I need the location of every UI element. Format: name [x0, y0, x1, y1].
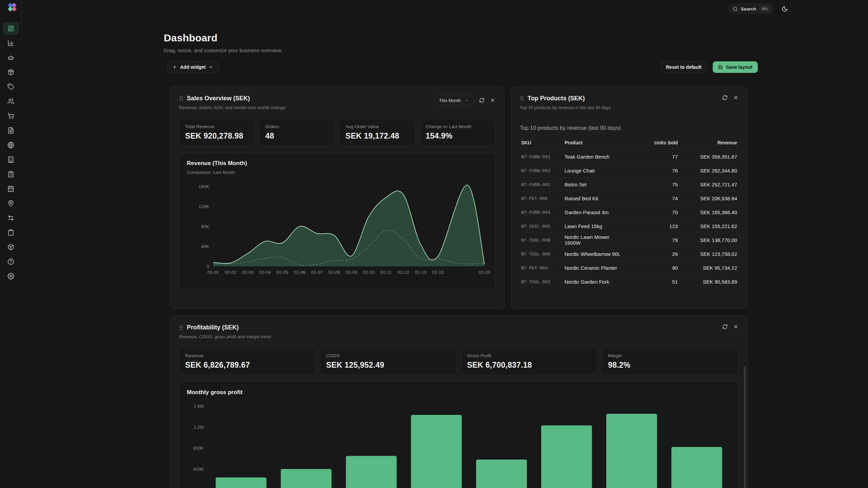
close-widget-button[interactable] — [490, 98, 495, 103]
sidebar-item-customers[interactable] — [3, 95, 19, 108]
sidebar-item-calendar[interactable] — [3, 182, 19, 195]
table-row: NT-FURN-003Lounge Chair76SEK 282,344.80 — [520, 164, 738, 178]
dashboard-icon — [7, 25, 14, 32]
sidebar-item-help[interactable] — [3, 255, 19, 268]
app-logo[interactable] — [5, 3, 17, 15]
moon-icon — [782, 6, 788, 12]
chart-subtitle: Comparison: Last Month — [187, 170, 488, 175]
table-row: NT-TOOL-008Nordic Lawn Mower 1600W79SEK … — [520, 233, 738, 247]
table-header-row: SKU Product Units Sold Revenue — [520, 137, 738, 150]
stat-card-orders: Orders 48 — [259, 119, 335, 146]
map-pin-icon — [7, 200, 14, 207]
stat-value: SEK 920,278.98 — [185, 131, 249, 141]
close-icon — [733, 95, 738, 100]
stat-value: SEK 6,826,789.67 — [185, 361, 310, 370]
sidebar-item-locations[interactable] — [3, 197, 19, 210]
svg-text:1.6M: 1.6M — [194, 404, 204, 409]
sidebar-item-documents[interactable] — [3, 124, 19, 137]
globe-icon — [7, 142, 14, 148]
stat-value: SEK 19,172.48 — [346, 131, 409, 141]
stat-label: Gross Profit — [467, 353, 592, 358]
widget-scrollbar[interactable] — [744, 367, 746, 488]
sidebar-item-company[interactable] — [3, 153, 19, 166]
sidebar — [0, 0, 22, 488]
svg-text:120K: 120K — [198, 204, 209, 209]
close-widget-button[interactable] — [733, 95, 738, 100]
stat-card-total-revenue: Total Revenue SEK 920,278.98 — [179, 119, 255, 146]
widget-title: Profitability (SEK) — [187, 324, 239, 331]
revenue-area-chart: 040K80K120K160K02-0102-0202-0302-0402-05… — [187, 176, 488, 278]
refresh-icon — [722, 324, 728, 329]
main-content: Dashboard Drag, resize, and customize yo… — [22, 18, 868, 488]
search-label: Search — [741, 6, 756, 12]
sidebar-nav — [3, 22, 19, 283]
reset-to-default-button[interactable]: Reset to default — [660, 61, 707, 73]
theme-toggle-button[interactable] — [782, 6, 788, 12]
save-layout-button[interactable]: Save layout — [713, 61, 758, 73]
sidebar-item-pricing[interactable] — [3, 80, 19, 93]
svg-text:40K: 40K — [201, 244, 209, 249]
sidebar-item-assistant[interactable] — [3, 51, 19, 64]
stat-card-aov: Avg Order Value SEK 19,172.48 — [339, 119, 415, 146]
stat-card-change: Change vs Last Month 154.9% — [420, 119, 496, 146]
refresh-button[interactable] — [722, 95, 728, 100]
cart-icon — [7, 113, 14, 119]
sidebar-item-web[interactable] — [3, 139, 19, 151]
refresh-button[interactable] — [722, 324, 728, 329]
profitability-widget: Profitability (SEK) Revenue, COGS, gross… — [170, 316, 748, 488]
sidebar-item-inventory[interactable] — [3, 241, 19, 253]
table-row: NT-POT-004Nordic Ceramic Planter90SEK 95… — [520, 261, 738, 275]
save-layout-label: Save layout — [726, 64, 752, 70]
sidebar-item-dashboard[interactable] — [3, 22, 19, 35]
robot-icon — [7, 54, 14, 61]
svg-text:80K: 80K — [201, 224, 209, 229]
stat-label: Margin — [608, 353, 732, 358]
add-widget-label: Add widget — [180, 64, 205, 70]
close-icon — [733, 324, 738, 329]
sidebar-item-orders[interactable] — [3, 109, 19, 122]
sidebar-item-transfers[interactable] — [3, 211, 19, 224]
top-products-table: SKU Product Units Sold Revenue NT-FURN-0… — [520, 137, 738, 289]
add-widget-button[interactable]: Add widget — [167, 61, 219, 73]
close-widget-button[interactable] — [733, 324, 738, 329]
search-button[interactable]: Search ⌘K — [728, 4, 773, 14]
refresh-button[interactable] — [479, 98, 485, 103]
drag-handle[interactable] — [520, 96, 524, 101]
stat-label: Change vs Last Month — [426, 124, 490, 129]
svg-text:02-02: 02-02 — [225, 270, 237, 275]
widget-title: Top Products (SEK) — [528, 95, 585, 102]
svg-text:1.2M: 1.2M — [194, 425, 204, 430]
stat-label: Avg Order Value — [346, 124, 409, 129]
clipboard-icon — [7, 229, 14, 236]
gear-icon — [7, 273, 14, 280]
period-select[interactable]: This Month — [435, 95, 474, 106]
svg-text:02-04: 02-04 — [259, 270, 271, 275]
widget-subtitle: Revenue, orders, AOV, and month-over-mon… — [179, 105, 285, 110]
grip-icon — [179, 96, 183, 101]
drag-handle[interactable] — [179, 96, 183, 101]
period-select-value: This Month — [439, 98, 461, 103]
help-circle-icon — [7, 258, 14, 265]
tag-icon — [7, 83, 14, 90]
widget-subtitle: Top 10 products by revenue in the last 9… — [520, 105, 611, 110]
sidebar-item-analytics[interactable] — [3, 37, 19, 49]
stat-card-margin: Margin 98.2% — [602, 348, 738, 375]
svg-text:02-08: 02-08 — [328, 270, 340, 275]
sidebar-item-tasks[interactable] — [3, 168, 19, 181]
sidebar-item-products[interactable] — [3, 66, 19, 79]
svg-text:02-09: 02-09 — [346, 270, 357, 275]
revenue-chart-card: Revenue (This Month) Comparison: Last Mo… — [179, 153, 495, 290]
calendar-icon — [7, 185, 14, 192]
stat-value: 48 — [265, 131, 329, 141]
bar-chart-icon — [7, 40, 14, 46]
stat-card-gross-profit: Gross Profit SEK 6,700,837.18 — [461, 348, 598, 375]
svg-text:160K: 160K — [198, 184, 209, 189]
sidebar-item-notes[interactable] — [3, 226, 19, 239]
search-icon — [733, 6, 738, 12]
svg-text:02-06: 02-06 — [294, 270, 306, 275]
svg-text:800K: 800K — [193, 446, 204, 451]
table-title: Top 10 products by revenue (last 90 days… — [520, 125, 738, 131]
stat-value: SEK 125,952.49 — [326, 361, 451, 370]
drag-handle[interactable] — [179, 325, 183, 330]
sidebar-item-settings[interactable] — [3, 270, 19, 283]
